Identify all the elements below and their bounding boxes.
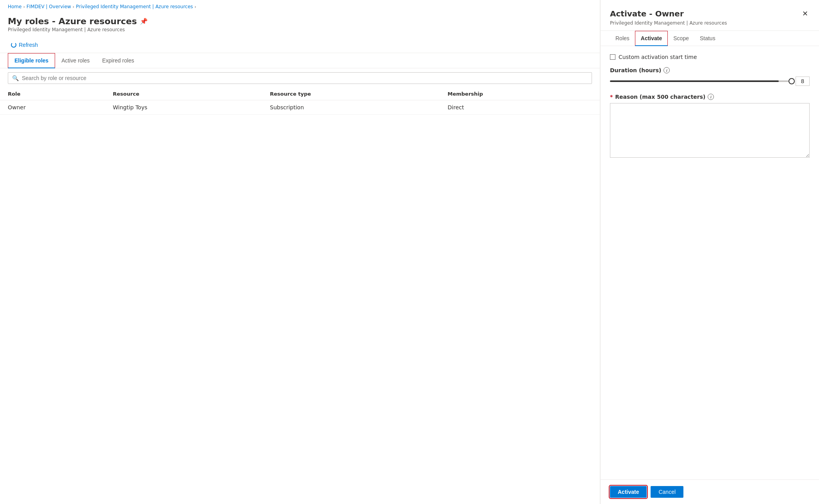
panel-footer: Activate Cancel <box>601 479 819 504</box>
breadcrumb-home[interactable]: Home <box>8 4 21 9</box>
right-panel: Activate - Owner ✕ Privileged Identity M… <box>600 0 819 504</box>
slider-value: 8 <box>796 77 810 86</box>
panel-title: Activate - Owner <box>610 9 684 18</box>
breadcrumb: Home › FIMDEV | Overview › Privileged Id… <box>0 0 600 13</box>
cell-role: Owner <box>0 100 105 115</box>
breadcrumb-pim[interactable]: Privileged Identity Management | Azure r… <box>76 4 193 9</box>
cancel-button[interactable]: Cancel <box>651 486 683 498</box>
page-header: My roles - Azure resources 📌 Privileged … <box>0 13 600 37</box>
refresh-button[interactable]: Refresh <box>8 40 41 50</box>
required-asterisk: * <box>610 94 613 100</box>
reason-textarea[interactable] <box>610 103 810 158</box>
cell-membership: Direct <box>440 100 600 115</box>
page-subtitle: Privileged Identity Management | Azure r… <box>8 27 592 32</box>
cell-resource: Wingtip Toys <box>105 100 262 115</box>
breadcrumb-sep-2: › <box>73 4 74 9</box>
panel-content: Custom activation start time Duration (h… <box>601 46 819 479</box>
tabs: Eligible roles Active roles Expired role… <box>0 53 600 68</box>
panel-tab-roles[interactable]: Roles <box>610 31 635 46</box>
panel-subtitle: Privileged Identity Management | Azure r… <box>610 20 810 26</box>
refresh-icon <box>11 42 16 48</box>
col-resource-type: Resource type <box>262 88 440 100</box>
pin-icon[interactable]: 📌 <box>140 18 148 25</box>
col-resource: Resource <box>105 88 262 100</box>
duration-label: Duration (hours) i <box>610 67 810 73</box>
duration-slider[interactable] <box>610 80 792 82</box>
slider-thumb[interactable] <box>789 78 795 84</box>
page-title: My roles - Azure resources <box>8 16 137 26</box>
close-button[interactable]: ✕ <box>801 8 810 20</box>
search-bar: 🔍 <box>8 72 592 84</box>
left-panel: Home › FIMDEV | Overview › Privileged Id… <box>0 0 600 504</box>
breadcrumb-sep-3: › <box>195 4 196 9</box>
refresh-label: Refresh <box>19 42 38 48</box>
reason-section: * Reason (max 500 characters) i <box>610 94 810 159</box>
cell-resource-type: Subscription <box>262 100 440 115</box>
panel-tab-status[interactable]: Status <box>694 31 721 46</box>
duration-section: Duration (hours) i 8 <box>610 67 810 86</box>
reason-label: * Reason (max 500 characters) i <box>610 94 810 100</box>
custom-activation-row: Custom activation start time <box>610 54 810 60</box>
search-input[interactable] <box>22 75 588 81</box>
panel-header: Activate - Owner ✕ Privileged Identity M… <box>601 0 819 31</box>
tab-expired-roles[interactable]: Expired roles <box>96 53 141 68</box>
tab-active-roles[interactable]: Active roles <box>55 53 96 68</box>
custom-activation-checkbox[interactable] <box>610 54 615 60</box>
duration-info-icon[interactable]: i <box>663 67 670 73</box>
tab-eligible-roles[interactable]: Eligible roles <box>8 53 55 68</box>
reason-info-icon[interactable]: i <box>708 94 714 100</box>
search-icon: 🔍 <box>12 75 19 81</box>
activate-button[interactable]: Activate <box>610 486 647 498</box>
table-row[interactable]: Owner Wingtip Toys Subscription Direct <box>0 100 600 115</box>
slider-track-filled <box>610 80 779 82</box>
slider-container: 8 <box>610 77 810 86</box>
col-membership: Membership <box>440 88 600 100</box>
panel-tab-activate[interactable]: Activate <box>635 31 668 46</box>
panel-tab-scope[interactable]: Scope <box>668 31 694 46</box>
breadcrumb-sep-1: › <box>23 4 25 9</box>
toolbar: Refresh <box>0 37 600 53</box>
breadcrumb-fimdev[interactable]: FIMDEV | Overview <box>27 4 71 9</box>
col-role: Role <box>0 88 105 100</box>
panel-tabs: Roles Activate Scope Status <box>601 31 819 46</box>
data-table: Role Resource Resource type Membership O… <box>0 88 600 115</box>
custom-activation-label: Custom activation start time <box>619 54 697 60</box>
